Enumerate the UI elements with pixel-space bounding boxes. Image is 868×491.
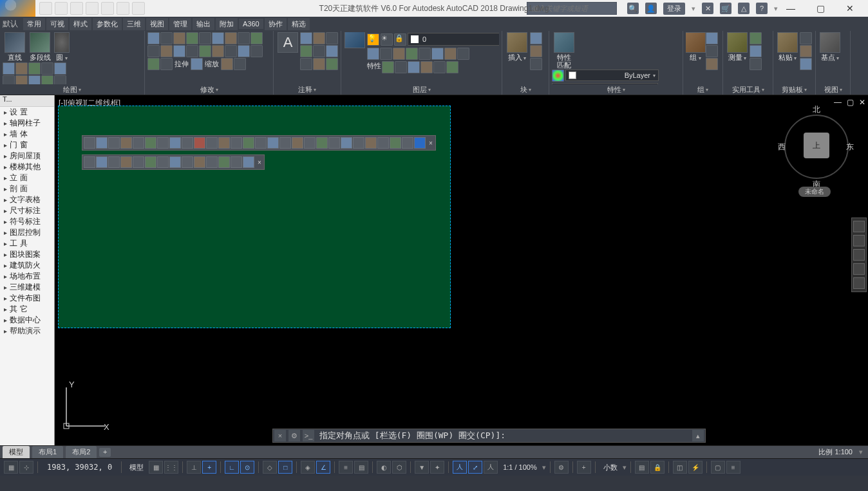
tool-icon[interactable]: [292, 137, 303, 149]
color-combo[interactable]: ByLayer: [565, 69, 659, 81]
cleanscreen-icon[interactable]: ▢: [711, 461, 725, 474]
tool-icon[interactable]: [800, 58, 812, 70]
tool-icon[interactable]: [316, 137, 328, 149]
tool-icon[interactable]: [395, 61, 407, 73]
quickprops-icon[interactable]: ▤: [635, 461, 649, 474]
infer-icon[interactable]: ⊥: [187, 461, 201, 474]
tool-icon[interactable]: [313, 58, 325, 70]
tool-icon[interactable]: [377, 137, 389, 149]
tool-icon[interactable]: [304, 137, 316, 149]
tool-icon[interactable]: [238, 45, 250, 57]
menu-item[interactable]: A360: [239, 19, 263, 29]
command-line[interactable]: × ⚙ >_ 指定对角点或 [栏选(F) 圈围(WP) 圈交(CP)]: ▴: [272, 429, 706, 443]
panel-label[interactable]: 组: [686, 84, 720, 95]
tool-icon[interactable]: [750, 45, 762, 57]
tool-icon[interactable]: [326, 32, 338, 44]
tool-icon[interactable]: [145, 156, 156, 168]
sidebar-item-stair[interactable]: 楼梯其他: [0, 162, 54, 172]
panel-label[interactable]: 视图: [818, 84, 847, 95]
dynamic-ucs-icon[interactable]: ⬡: [392, 461, 406, 474]
sidebar-item-tools[interactable]: 工具: [0, 238, 54, 249]
tool-icon[interactable]: [231, 137, 242, 149]
tool-icon[interactable]: [326, 45, 338, 57]
layer-props-button[interactable]: [344, 32, 366, 48]
tool-icon[interactable]: [15, 75, 28, 84]
tool-icon[interactable]: [147, 58, 160, 70]
help-icon[interactable]: ?: [756, 3, 768, 14]
panel-label[interactable]: 注释: [276, 84, 338, 95]
tool-icon[interactable]: [28, 75, 41, 84]
sidebar-item-layer[interactable]: 图层控制: [0, 227, 54, 238]
anno-scale-text[interactable]: 1:1 / 100%: [499, 463, 541, 471]
tool-icon[interactable]: [147, 45, 160, 57]
command-text[interactable]: 指定对角点或 [栏选(F) 圈围(WP) 圈交(CP)]:: [316, 430, 691, 441]
tool-icon[interactable]: [173, 32, 185, 44]
qat-saveas-icon[interactable]: [86, 2, 99, 15]
grid-snap-icon[interactable]: ⊹: [19, 461, 33, 474]
osnap-icon[interactable]: □: [278, 461, 292, 474]
tool-icon[interactable]: [212, 45, 224, 57]
tool-icon[interactable]: [54, 62, 66, 75]
tool-icon[interactable]: [300, 45, 312, 57]
units-label[interactable]: 小数: [599, 463, 621, 472]
text-button[interactable]: A: [276, 32, 299, 53]
cmd-close-icon[interactable]: ×: [274, 430, 286, 441]
sidebar-item-section[interactable]: 剖面: [0, 183, 54, 194]
paste-button[interactable]: 粘贴: [776, 32, 799, 62]
matchprop-button[interactable]: 特性 匹配: [552, 32, 576, 69]
tool-icon[interactable]: [96, 156, 108, 168]
sidebar-item-settings[interactable]: 设置: [0, 107, 54, 118]
tool-icon[interactable]: [750, 32, 762, 44]
anno-scale-icon[interactable]: 人: [484, 461, 498, 474]
model-ps-toggle[interactable]: ▦: [4, 461, 18, 474]
tool-icon[interactable]: [408, 61, 420, 73]
lineweight-icon[interactable]: ≡: [339, 461, 353, 474]
tool-icon[interactable]: [414, 137, 426, 149]
line-button[interactable]: 直线: [3, 32, 27, 61]
qat-plot-icon[interactable]: [101, 2, 114, 15]
tool-icon[interactable]: [243, 156, 254, 168]
tool-icon[interactable]: [255, 137, 267, 149]
tool-icon[interactable]: [234, 58, 246, 70]
cube-top-face[interactable]: 上: [804, 133, 829, 158]
add-layout-button[interactable]: +: [99, 448, 111, 457]
panel-label[interactable]: 修改: [147, 84, 270, 95]
cmd-customize-icon[interactable]: ⚙: [288, 430, 300, 441]
tool-icon[interactable]: [530, 45, 542, 57]
coordinates[interactable]: 1983, 39032, 0: [42, 463, 117, 472]
menu-item[interactable]: 可视: [46, 18, 68, 30]
tool-icon[interactable]: [328, 137, 340, 149]
menu-item[interactable]: 样式: [70, 18, 91, 30]
tool-icon[interactable]: [380, 48, 392, 60]
tool-icon[interactable]: [313, 45, 325, 57]
tool-icon[interactable]: [145, 137, 156, 149]
sidebar-item-elev[interactable]: 立面: [0, 172, 54, 183]
bulb-icon[interactable]: 💡: [367, 33, 379, 46]
3dosnap-icon[interactable]: ◈: [301, 461, 315, 474]
menu-item[interactable]: 视图: [146, 18, 168, 30]
tangent-tab[interactable]: T...: [0, 95, 54, 107]
default-tab[interactable]: 默认: [3, 19, 18, 30]
snap-icon[interactable]: ⋮⋮: [164, 461, 178, 474]
sidebar-item-data[interactable]: 数据中心: [0, 315, 54, 326]
sun-icon[interactable]: ☀: [381, 33, 393, 46]
tool-icon[interactable]: [157, 137, 169, 149]
tool-icon[interactable]: [206, 156, 218, 168]
tool-icon[interactable]: [225, 45, 237, 57]
tool-icon[interactable]: [431, 48, 444, 60]
cycling-icon[interactable]: ◐: [377, 461, 391, 474]
panel-label[interactable]: 块: [505, 84, 546, 95]
sidebar-item-grid[interactable]: 轴网柱子: [0, 118, 54, 129]
tool-icon[interactable]: [169, 156, 181, 168]
menu-item[interactable]: 三维: [123, 18, 145, 30]
sidebar-item-wall[interactable]: 墙体: [0, 129, 54, 140]
a360-icon[interactable]: △: [738, 3, 750, 14]
menu-item[interactable]: 参数化: [93, 18, 122, 30]
tool-icon[interactable]: [120, 137, 132, 149]
tool-icon[interactable]: [243, 137, 254, 149]
lock-icon[interactable]: 🔒: [394, 33, 406, 46]
tool-icon[interactable]: [706, 32, 718, 44]
tool-icon[interactable]: [279, 137, 291, 149]
tool-icon[interactable]: [446, 61, 458, 73]
polyline-button[interactable]: 多段线: [28, 32, 52, 61]
